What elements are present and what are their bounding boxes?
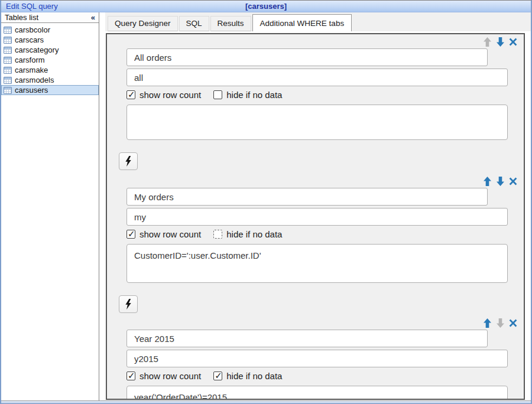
where-tab-editor: show row count hide if no data CustomerI… [119, 176, 519, 313]
move-down-icon[interactable] [495, 37, 505, 47]
move-up-icon[interactable] [482, 37, 492, 47]
hide-if-no-data-checkbox[interactable] [213, 372, 222, 380]
table-item-carsmake[interactable]: carsmake [1, 65, 99, 75]
table-item-label: carscategory [15, 45, 59, 54]
tab-strip: Query Designer SQL Results Additional WH… [105, 12, 531, 31]
lightning-icon [125, 299, 132, 309]
tab-code-input[interactable] [126, 208, 508, 226]
hide-if-no-data-option: hide if no data [213, 371, 282, 381]
lightning-icon [125, 156, 132, 167]
tables-sidebar: Tables list « carsbcolor carscars carsca… [1, 12, 99, 400]
block-toolbar [119, 176, 519, 187]
table-item-carsusers[interactable]: carsusers [1, 85, 99, 95]
hide-if-no-data-label: hide if no data [226, 229, 282, 239]
tab-sql[interactable]: SQL [179, 16, 209, 31]
table-icon [4, 57, 12, 64]
tab-label: Results [218, 19, 244, 28]
checkbox-row: show row count hide if no data [126, 90, 519, 99]
table-item-carsform[interactable]: carsform [1, 55, 99, 65]
hide-if-no-data-checkbox[interactable] [213, 230, 222, 239]
additional-where-tabs-panel: show row count hide if no data [106, 33, 525, 400]
tab-label: SQL [186, 19, 202, 28]
block-toolbar [119, 318, 519, 328]
table-item-label: carsmake [15, 66, 48, 74]
edit-sql-query-window: Edit SQL query [carsusers] Tables list «… [0, 0, 532, 404]
show-row-count-label: show row count [140, 371, 201, 381]
table-item-label: carsusers [15, 86, 48, 95]
show-row-count-checkbox[interactable] [126, 90, 135, 99]
move-down-icon[interactable] [495, 318, 505, 328]
table-item-label: carsmodels [15, 76, 54, 84]
delete-tab-icon[interactable] [508, 177, 518, 186]
show-row-count-option: show row count [126, 90, 201, 100]
delete-tab-icon[interactable] [508, 37, 518, 47]
tab-title-input[interactable] [126, 48, 488, 66]
table-item-carsmodels[interactable]: carsmodels [1, 75, 99, 85]
checkbox-row: show row count hide if no data [126, 229, 519, 239]
show-row-count-checkbox[interactable] [126, 372, 135, 380]
hide-if-no-data-option: hide if no data [213, 229, 282, 239]
hide-if-no-data-label: hide if no data [226, 371, 282, 381]
where-clause-input[interactable]: year('OrderDate')=2015 [126, 386, 508, 400]
current-table-title: [carsusers] [1, 2, 531, 11]
main-area: Query Designer SQL Results Additional WH… [105, 12, 531, 400]
checkbox-row: show row count hide if no data [126, 371, 519, 380]
move-up-icon[interactable] [482, 177, 492, 186]
delete-tab-icon[interactable] [508, 318, 518, 328]
block-toolbar [119, 37, 519, 47]
table-item-carscategory[interactable]: carscategory [1, 45, 99, 55]
window-titlebar: Edit SQL query [carsusers] [1, 1, 531, 12]
run-where-button[interactable] [119, 295, 138, 313]
show-row-count-option: show row count [126, 229, 201, 239]
tab-label: Query Designer [115, 19, 171, 28]
sidebar-splitter[interactable] [99, 12, 105, 400]
tab-code-input[interactable] [126, 69, 508, 86]
tab-results[interactable]: Results [210, 16, 251, 31]
hide-if-no-data-checkbox[interactable] [213, 90, 222, 99]
window-title: Edit SQL query [1, 2, 58, 11]
hide-if-no-data-label: hide if no data [226, 90, 282, 100]
where-tab-editor: show row count hide if no data year('Ord… [119, 318, 519, 400]
tab-label: Additional WHERE tabs [260, 19, 345, 28]
where-clause-input[interactable] [126, 105, 508, 140]
tab-title-input[interactable] [126, 188, 488, 206]
table-icon [4, 47, 12, 54]
table-icon [4, 27, 12, 34]
table-item-label: carsbcolor [15, 25, 50, 34]
table-item-label: carsform [15, 56, 45, 64]
show-row-count-option: show row count [126, 371, 201, 381]
move-up-icon[interactable] [482, 318, 492, 328]
tables-list: carsbcolor carscars carscategory carsfor… [1, 23, 99, 400]
table-item-carsbcolor[interactable]: carsbcolor [1, 25, 99, 35]
show-row-count-label: show row count [140, 90, 201, 100]
tab-query-designer[interactable]: Query Designer [108, 16, 178, 31]
move-down-icon[interactable] [495, 177, 505, 186]
tab-code-input[interactable] [126, 350, 508, 367]
hide-if-no-data-option: hide if no data [213, 90, 282, 100]
show-row-count-label: show row count [140, 229, 201, 239]
run-where-button[interactable] [119, 152, 138, 170]
table-icon [4, 67, 12, 74]
tables-list-header: Tables list « [1, 12, 99, 23]
window-bottom-border [1, 400, 531, 404]
table-icon [4, 87, 12, 94]
show-row-count-checkbox[interactable] [126, 230, 135, 239]
table-item-label: carscars [15, 35, 44, 44]
table-icon [4, 37, 12, 44]
collapse-sidebar-icon[interactable]: « [91, 14, 95, 21]
where-clause-input[interactable]: CustomerID=':user.Customer.ID' [126, 244, 508, 283]
table-icon [4, 77, 12, 84]
tables-list-title: Tables list [5, 13, 91, 22]
where-tab-editor: show row count hide if no data [119, 37, 519, 170]
tab-additional-where-tabs[interactable]: Additional WHERE tabs [252, 14, 352, 31]
tab-title-input[interactable] [126, 330, 488, 347]
table-item-carscars[interactable]: carscars [1, 35, 99, 45]
